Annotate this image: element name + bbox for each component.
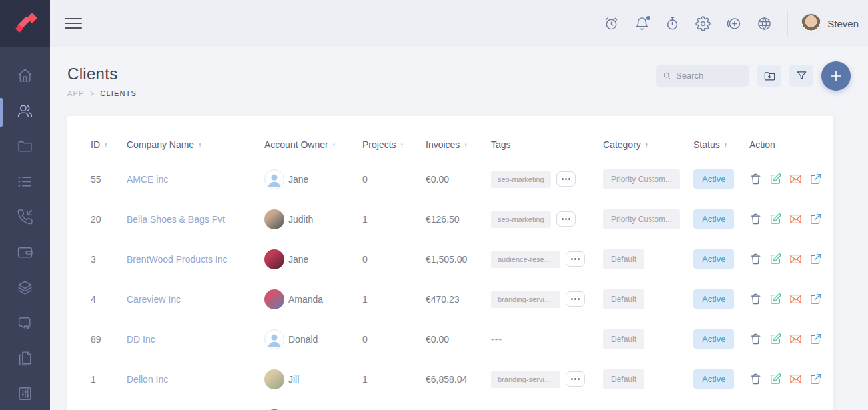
breadcrumb-current: CLIENTS [100,89,137,97]
sidebar-item-wallet[interactable] [0,236,50,271]
sidebar-item-clients[interactable] [0,95,50,130]
add-circle-icon[interactable] [726,16,741,31]
search-input[interactable] [676,71,743,81]
company-link[interactable]: Dellon Inc [127,374,264,385]
column-label: Status [693,139,720,150]
sort-icon[interactable]: ↕ [724,141,728,149]
edit-icon[interactable] [769,253,782,265]
export-button[interactable] [757,65,781,87]
column-header-company[interactable]: Company Name↕ [127,139,264,150]
bell-icon[interactable] [634,16,650,31]
sidebar-item-folder[interactable] [0,130,50,165]
sidebar-item-sliders[interactable] [0,377,50,410]
company-link[interactable]: DD Inc [127,334,264,345]
more-tags-button[interactable] [566,291,585,307]
column-header-id[interactable]: ID↕ [91,139,127,150]
table-row: 55 AMCE inc Jane 0 €0.00 seo-marketing P… [67,159,833,199]
cell-category: Default [603,249,693,269]
external-link-icon[interactable] [809,253,822,265]
add-client-button[interactable] [821,61,851,91]
edit-icon[interactable] [769,373,782,385]
gear-icon[interactable] [695,16,711,31]
trash-icon[interactable] [749,173,762,185]
column-header-action: Action [749,139,833,150]
stopwatch-icon[interactable] [665,16,680,31]
trash-icon[interactable] [749,253,762,265]
status-badge: Active [693,289,734,309]
sort-icon[interactable]: ↕ [464,141,468,149]
cell-invoices: €0.00 [426,174,491,185]
cell-category: Default [603,289,693,309]
sidebar-item-calls[interactable] [0,201,50,236]
more-tags-button[interactable] [566,371,585,387]
column-header-invoices[interactable]: Invoices↕ [426,139,491,150]
edit-icon[interactable] [769,333,782,345]
table-row: 3 BrentWood Products Inc Jane 0 €1,505.0… [67,239,833,279]
alarm-clock-icon[interactable] [604,16,619,31]
external-link-icon[interactable] [809,333,822,345]
email-icon[interactable] [789,373,802,385]
sidebar-item-documents[interactable] [0,342,50,377]
cell-category: Priority Custom... [603,169,693,189]
external-link-icon[interactable] [809,213,822,225]
cell-id: 20 [91,214,127,225]
trash-icon[interactable] [749,333,762,345]
email-icon[interactable] [789,293,802,305]
email-icon[interactable] [789,173,802,185]
sidebar-item-layers[interactable] [0,271,50,307]
column-header-owner[interactable]: Account Owner↕ [264,139,362,150]
filter-button[interactable] [789,65,813,87]
cell-invoices: €1,505.00 [426,254,491,265]
trash-icon[interactable] [749,213,762,225]
column-header-projects[interactable]: Projects↕ [362,139,426,150]
cell-actions [749,293,833,305]
more-tags-button[interactable] [556,211,576,227]
company-link[interactable]: AMCE inc [127,174,264,185]
external-link-icon[interactable] [809,173,822,185]
user-menu[interactable]: Steven [801,13,859,34]
company-link[interactable]: BrentWood Products Inc [127,254,264,265]
globe-icon[interactable] [757,16,772,31]
sort-icon[interactable]: ↕ [332,141,336,149]
more-tags-button[interactable] [556,171,576,187]
edit-icon[interactable] [769,293,782,305]
sidebar-item-list[interactable] [0,165,50,201]
sidebar-item-chat[interactable] [0,307,50,342]
external-link-icon[interactable] [809,293,822,305]
external-link-icon[interactable] [809,373,822,385]
cell-actions [749,173,833,185]
cell-invoices: €0.00 [426,334,491,345]
column-header-category[interactable]: Category↕ [603,139,693,150]
no-tags-placeholder: --- [491,334,502,345]
trash-icon[interactable] [749,293,762,305]
category-pill: Priority Custom... [603,209,680,229]
hamburger-menu-icon[interactable] [65,15,82,32]
cell-tags: --- [491,334,603,345]
cell-projects: 0 [362,334,426,345]
company-link[interactable]: Bella Shoes & Bags Pvt [127,214,264,225]
cell-actions [749,333,833,345]
cell-tags: seo-marketing [491,211,603,228]
column-label: ID [91,139,100,150]
email-icon[interactable] [789,253,802,265]
sidebar-item-home[interactable] [0,59,50,95]
sort-icon[interactable]: ↕ [104,141,108,149]
trash-icon[interactable] [749,373,762,385]
edit-icon[interactable] [769,213,782,225]
company-link[interactable]: Careview Inc [127,294,264,305]
search-icon [663,71,671,81]
email-icon[interactable] [789,333,802,345]
breadcrumb-root[interactable]: APP [67,89,85,97]
more-tags-button[interactable] [566,251,585,267]
sort-icon[interactable]: ↕ [198,141,202,149]
cell-invoices: €6,858.04 [426,374,491,385]
app-logo[interactable] [0,0,50,47]
sort-icon[interactable]: ↕ [400,141,404,149]
owner-avatar [264,289,284,309]
column-header-status[interactable]: Status↕ [693,139,749,150]
email-icon[interactable] [789,213,802,225]
category-pill: Default [603,369,644,389]
sort-icon[interactable]: ↕ [645,141,649,149]
table-header: ID↕ Company Name↕ Account Owner↕ Project… [67,117,833,159]
edit-icon[interactable] [769,173,782,185]
